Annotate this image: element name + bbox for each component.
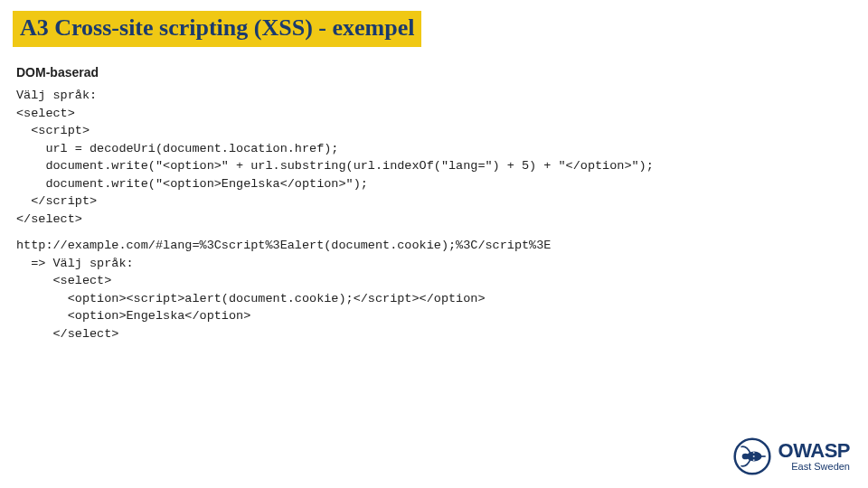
slide-title: A3 Cross-site scripting (XSS) - exempel <box>13 11 421 47</box>
code-block-1: Välj språk: <select> <script> url = deco… <box>16 87 654 229</box>
code-block-2: http://example.com/#lang=%3Cscript%3Eale… <box>16 237 551 343</box>
subheading: DOM-baserad <box>16 65 99 80</box>
logo-text: OWASP East Sweden <box>778 441 850 472</box>
logo-sub-text: East Sweden <box>778 462 850 472</box>
svg-point-2 <box>741 454 749 460</box>
wasp-icon <box>733 437 771 475</box>
owasp-logo: OWASP East Sweden <box>733 437 850 475</box>
logo-main-text: OWASP <box>778 441 850 461</box>
